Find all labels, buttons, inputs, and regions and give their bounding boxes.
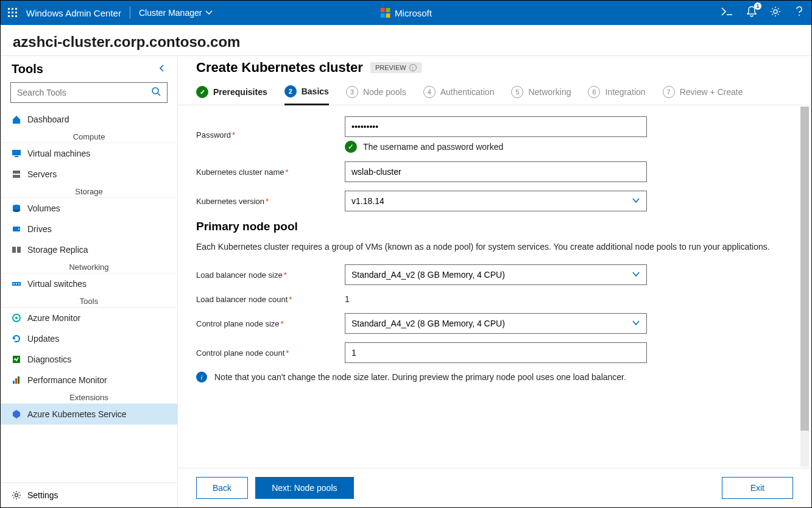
volumes-icon bbox=[12, 203, 21, 213]
info-note-text: Note that you can't change the node size… bbox=[214, 372, 626, 382]
sidebar-item-label: Volumes bbox=[27, 203, 60, 213]
sidebar-group-compute: Compute bbox=[1, 130, 177, 143]
svg-rect-28 bbox=[17, 247, 21, 253]
step-node-pools[interactable]: 3Node pools bbox=[346, 85, 406, 105]
info-icon[interactable]: i bbox=[409, 64, 417, 71]
svg-rect-31 bbox=[16, 283, 17, 284]
back-button[interactable]: Back bbox=[196, 477, 248, 499]
lb-count-value: 1 bbox=[345, 294, 350, 304]
sidebar-item-dashboard[interactable]: Dashboard bbox=[1, 109, 177, 130]
storage-replica-icon bbox=[12, 245, 21, 255]
sidebar-item-storage-replica[interactable]: Storage Replica bbox=[1, 239, 177, 260]
svg-rect-38 bbox=[18, 376, 19, 384]
step-label: Node pools bbox=[363, 87, 406, 97]
tools-sidebar: Tools Dashboard Compute bbox=[1, 56, 178, 507]
settings-gear-icon[interactable] bbox=[770, 6, 781, 19]
primary-pool-description: Each Kubernetes cluster requires a group… bbox=[196, 241, 793, 253]
k8s-version-select[interactable]: v1.18.14 bbox=[345, 191, 647, 211]
sidebar-item-virtual-switches[interactable]: Virtual switches bbox=[1, 273, 177, 294]
sidebar-item-servers[interactable]: Servers bbox=[1, 164, 177, 185]
step-networking[interactable]: 5Networking bbox=[511, 85, 571, 105]
app-launcher-icon[interactable] bbox=[8, 8, 18, 18]
svg-rect-36 bbox=[13, 381, 15, 384]
step-authentication[interactable]: 4Authentication bbox=[423, 85, 495, 105]
svg-rect-5 bbox=[15, 12, 17, 13]
cluster-name-input[interactable] bbox=[345, 161, 647, 182]
step-number-icon: 7 bbox=[663, 86, 675, 98]
svg-rect-2 bbox=[15, 8, 17, 10]
chevron-down-icon bbox=[205, 9, 213, 16]
svg-point-14 bbox=[774, 10, 777, 13]
sidebar-group-storage: Storage bbox=[1, 185, 177, 198]
sidebar-item-aks[interactable]: Azure Kubernetes Service bbox=[1, 404, 177, 425]
lb-size-select[interactable]: Standard_A4_v2 (8 GB Memory, 4 CPU) bbox=[345, 264, 647, 285]
label-cluster-name: Kubernetes cluster name* bbox=[196, 168, 345, 177]
svg-rect-7 bbox=[12, 15, 13, 17]
sidebar-item-label: Azure Monitor bbox=[27, 313, 80, 323]
step-prerequisites[interactable]: ✓Prerequisites bbox=[196, 85, 267, 105]
sidebar-item-azure-monitor[interactable]: Azure Monitor bbox=[1, 308, 177, 328]
sidebar-item-label: Updates bbox=[27, 334, 59, 344]
sidebar-item-label: Drives bbox=[27, 224, 52, 234]
step-number-icon: 3 bbox=[346, 86, 358, 98]
sidebar-item-label: Virtual switches bbox=[27, 279, 86, 289]
check-icon: ✓ bbox=[196, 86, 208, 98]
perfmon-icon bbox=[12, 375, 21, 385]
azure-monitor-icon bbox=[12, 313, 21, 323]
sidebar-item-updates[interactable]: Updates bbox=[1, 328, 177, 349]
microsoft-logo-icon bbox=[380, 8, 390, 18]
search-input[interactable] bbox=[17, 88, 151, 97]
step-number-icon: 2 bbox=[284, 85, 297, 97]
drives-icon bbox=[12, 224, 21, 234]
help-icon[interactable] bbox=[794, 6, 804, 19]
next-button[interactable]: Next: Node pools bbox=[255, 477, 353, 499]
home-icon bbox=[12, 115, 21, 124]
step-label: Review + Create bbox=[680, 87, 743, 97]
svg-rect-32 bbox=[18, 283, 19, 284]
search-icon bbox=[151, 86, 161, 99]
cp-count-input[interactable] bbox=[345, 342, 647, 363]
sidebar-item-diagnostics[interactable]: Diagnostics bbox=[1, 349, 177, 370]
context-switcher[interactable]: Cluster Manager bbox=[130, 8, 222, 18]
preview-badge: PREVIEW i bbox=[370, 62, 422, 73]
sidebar-item-label: Virtual machines bbox=[27, 149, 90, 158]
validation-text: The username and password worked bbox=[363, 142, 503, 152]
success-check-icon: ✓ bbox=[345, 141, 357, 153]
select-value: Standard_A4_v2 (8 GB Memory, 4 CPU) bbox=[351, 319, 505, 328]
password-input[interactable] bbox=[345, 116, 647, 137]
sidebar-item-performance-monitor[interactable]: Performance Monitor bbox=[1, 370, 177, 390]
scrollbar[interactable] bbox=[800, 107, 809, 467]
step-label: Networking bbox=[528, 87, 571, 97]
product-name[interactable]: Windows Admin Center bbox=[18, 8, 130, 18]
wizard-footer: Back Next: Node pools Exit bbox=[178, 468, 811, 507]
svg-rect-0 bbox=[8, 8, 10, 10]
sidebar-item-drives[interactable]: Drives bbox=[1, 219, 177, 239]
notifications-icon[interactable]: 1 bbox=[747, 6, 757, 19]
info-note: i Note that you can't change the node si… bbox=[196, 372, 793, 383]
sidebar-item-label: Azure Kubernetes Service bbox=[27, 409, 127, 419]
password-validation: ✓ The username and password worked bbox=[345, 141, 647, 153]
label-password: Password* bbox=[196, 130, 345, 139]
tools-search[interactable] bbox=[10, 82, 168, 103]
sidebar-item-virtual-machines[interactable]: Virtual machines bbox=[1, 143, 177, 164]
exit-button[interactable]: Exit bbox=[722, 477, 793, 499]
svg-point-16 bbox=[152, 88, 158, 94]
chevron-down-icon bbox=[632, 319, 640, 329]
step-number-icon: 4 bbox=[423, 86, 436, 98]
step-review-create[interactable]: 7Review + Create bbox=[663, 85, 743, 105]
sidebar-settings[interactable]: Settings bbox=[1, 482, 177, 507]
powershell-icon[interactable] bbox=[721, 7, 733, 19]
svg-rect-3 bbox=[8, 12, 10, 13]
kubernetes-icon bbox=[12, 409, 21, 419]
sidebar-title: Tools bbox=[12, 62, 43, 76]
svg-rect-8 bbox=[15, 15, 17, 17]
diagnostics-icon bbox=[12, 355, 21, 364]
preview-label: PREVIEW bbox=[375, 64, 406, 71]
step-basics[interactable]: 2Basics bbox=[284, 85, 329, 105]
cp-size-select[interactable]: Standard_A4_v2 (8 GB Memory, 4 CPU) bbox=[345, 313, 647, 334]
step-integration[interactable]: 6Integration bbox=[588, 85, 645, 105]
collapse-sidebar-icon[interactable] bbox=[158, 64, 166, 75]
context-label: Cluster Manager bbox=[139, 8, 202, 18]
sidebar-item-volumes[interactable]: Volumes bbox=[1, 198, 177, 219]
svg-rect-6 bbox=[8, 15, 10, 17]
